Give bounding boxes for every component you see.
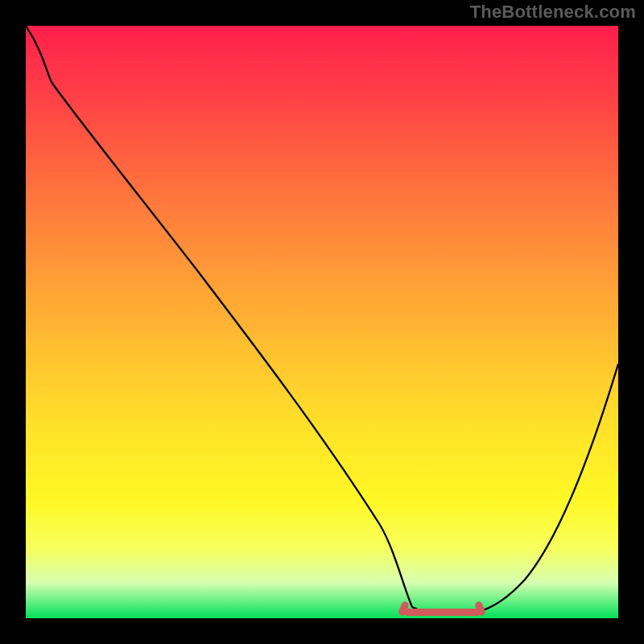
valley-marker-bar (404, 609, 481, 616)
chart-container: TheBottleneck.com (0, 0, 644, 644)
plot-area (26, 26, 618, 618)
curve-path (26, 26, 618, 614)
watermark-text: TheBottleneck.com (470, 2, 636, 23)
bottleneck-curve (26, 26, 618, 618)
